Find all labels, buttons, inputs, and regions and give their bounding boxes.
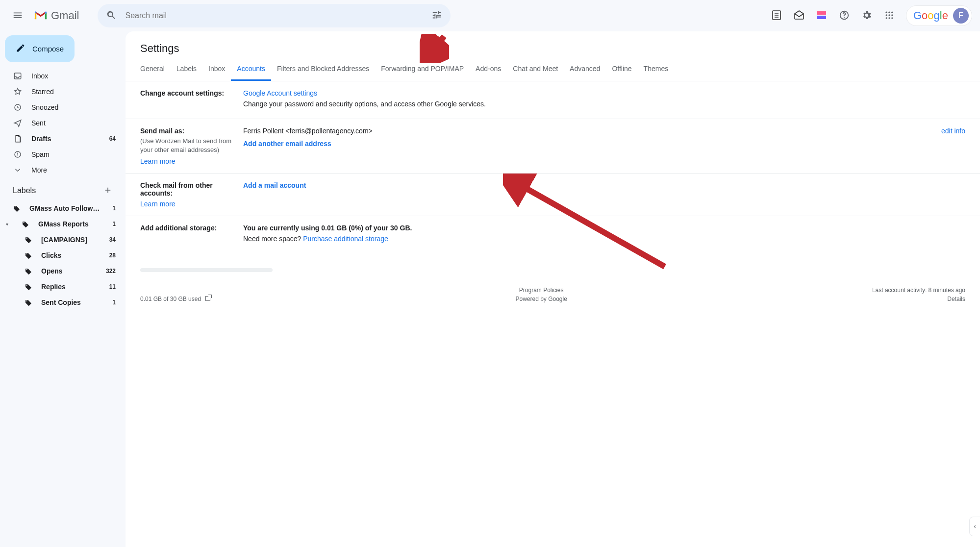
main-menu-button[interactable] [6, 4, 29, 27]
change-account-desc: Change your password and security option… [243, 100, 965, 108]
extension-mailtrack-button[interactable] [789, 6, 809, 25]
svg-point-10 [885, 17, 887, 19]
purchase-storage-link[interactable]: Purchase additional storage [303, 235, 388, 243]
extension-sheets-button[interactable] [767, 6, 786, 25]
section-check-mail: Check mail from other accounts: Learn mo… [126, 174, 980, 216]
support-button[interactable] [834, 6, 854, 25]
section-send-mail-as: Send mail as: (Use Wordzen Mail to send … [126, 119, 980, 174]
svg-point-4 [885, 11, 887, 13]
tab-accounts[interactable]: Accounts [231, 59, 271, 81]
tab-labels[interactable]: Labels [171, 59, 202, 81]
label-tag-icon [25, 267, 32, 275]
compose-button[interactable]: Compose [5, 35, 75, 62]
side-panel-toggle[interactable]: ‹ [969, 517, 980, 536]
label-gmass-auto-follow[interactable]: GMass Auto Follow…1 [0, 200, 122, 216]
labels-title: Labels [13, 186, 36, 195]
footer-usage: 0.01 GB of 30 GB used [140, 296, 201, 302]
label-replies[interactable]: Replies11 [0, 279, 122, 295]
svg-point-6 [891, 11, 893, 13]
label-tag-icon [25, 298, 32, 306]
gmail-wordmark: Gmail [51, 9, 79, 22]
tab-chat-and-meet[interactable]: Chat and Meet [507, 59, 564, 81]
tab-offline[interactable]: Offline [606, 59, 637, 81]
label-sent-copies[interactable]: Sent Copies1 [0, 295, 122, 310]
nav-snoozed[interactable]: Snoozed [0, 99, 122, 115]
settings-panel: Settings GeneralLabelsInboxAccountsFilte… [126, 31, 980, 547]
label-count: 1 [112, 221, 116, 227]
search-input[interactable] [125, 11, 423, 20]
add-mail-account-link[interactable]: Add a mail account [243, 181, 306, 189]
svg-point-5 [888, 11, 890, 13]
section-change-account: Change account settings: Google Account … [126, 81, 980, 119]
chevron-left-icon: ‹ [974, 523, 976, 530]
tab-advanced[interactable]: Advanced [564, 59, 606, 81]
google-apps-button[interactable] [879, 6, 899, 25]
label-count: 11 [109, 283, 116, 290]
nav-inbox[interactable]: Inbox [0, 68, 122, 84]
drafts-icon [13, 134, 23, 144]
check-mail-heading: Check mail from other accounts: [140, 181, 235, 197]
search-options-button[interactable] [427, 6, 447, 25]
tab-forwarding-and-pop-imap[interactable]: Forwarding and POP/IMAP [375, 59, 470, 81]
settings-footer: 0.01 GB of 30 GB used Program Policies P… [126, 272, 980, 307]
compose-label: Compose [32, 45, 64, 53]
label-opens[interactable]: Opens322 [0, 263, 122, 279]
account-switcher[interactable]: Google F [906, 5, 972, 26]
label-tag-icon [13, 204, 21, 212]
nav-label: More [31, 166, 107, 174]
label-clicks[interactable]: Clicks28 [0, 248, 122, 263]
header-right-group: Google F [767, 5, 972, 26]
svg-point-11 [888, 17, 890, 19]
google-logo: Google [913, 9, 948, 22]
send-mail-as-learn-more-link[interactable]: Learn more [140, 157, 176, 165]
svg-point-9 [891, 14, 893, 16]
google-account-settings-link[interactable]: Google Account settings [243, 89, 317, 97]
storage-more-space-text: Need more space? [243, 235, 303, 243]
label-campaigns[interactable]: [CAMPAIGNS]34 [0, 232, 122, 248]
check-mail-learn-more-link[interactable]: Learn more [140, 200, 176, 208]
search-button[interactable] [101, 6, 121, 25]
nav-sent[interactable]: Sent [0, 115, 122, 131]
tab-inbox[interactable]: Inbox [202, 59, 231, 81]
gmail-logo[interactable]: Gmail [33, 9, 94, 22]
send-mail-as-heading: Send mail as: [140, 127, 235, 135]
storage-heading: Add additional storage: [140, 224, 235, 232]
search-bar[interactable] [98, 4, 451, 27]
nav-starred[interactable]: Starred [0, 84, 122, 99]
tab-filters-and-blocked-addresses[interactable]: Filters and Blocked Addresses [271, 59, 375, 81]
label-tag-icon [22, 220, 29, 228]
mail-open-icon [793, 9, 805, 23]
program-policies-link[interactable]: Program Policies [519, 287, 564, 294]
label-text: Clicks [41, 251, 101, 259]
nav-count: 64 [109, 135, 116, 142]
tab-general[interactable]: General [134, 59, 171, 81]
nav-spam[interactable]: Spam [0, 147, 122, 162]
nav-label: Snoozed [31, 103, 107, 111]
sidebar: Compose InboxStarredSnoozedSentDrafts64S… [0, 31, 126, 547]
label-text: Opens [41, 267, 97, 275]
manage-storage-link[interactable] [202, 296, 210, 302]
label-gmass-reports[interactable]: ▾GMass Reports1 [0, 216, 122, 232]
nav-label: Spam [31, 150, 107, 158]
svg-rect-1 [817, 11, 826, 15]
help-icon [839, 10, 850, 22]
svg-point-7 [885, 14, 887, 16]
tab-themes[interactable]: Themes [638, 59, 675, 81]
gmass-icon [816, 9, 828, 23]
edit-info-link[interactable]: edit info [941, 127, 965, 135]
horizontal-scrollbar[interactable] [140, 268, 273, 272]
nav-drafts[interactable]: Drafts64 [0, 131, 122, 147]
label-count: 322 [106, 268, 116, 274]
extension-gmass-button[interactable] [812, 6, 831, 25]
tab-add-ons[interactable]: Add-ons [470, 59, 507, 81]
nav-label: Drafts [31, 135, 101, 143]
label-tag-icon [25, 283, 32, 291]
activity-details-link[interactable]: Details [947, 296, 965, 302]
add-another-email-link[interactable]: Add another email address [243, 140, 331, 148]
nav-label: Inbox [31, 72, 107, 80]
nav-more[interactable]: More [0, 162, 122, 178]
settings-button[interactable] [857, 6, 877, 25]
send-mail-identity: Ferris Pollent <ferris@pollentagency.com… [243, 127, 373, 135]
add-label-button[interactable] [101, 184, 115, 198]
label-text: GMass Reports [38, 220, 103, 228]
